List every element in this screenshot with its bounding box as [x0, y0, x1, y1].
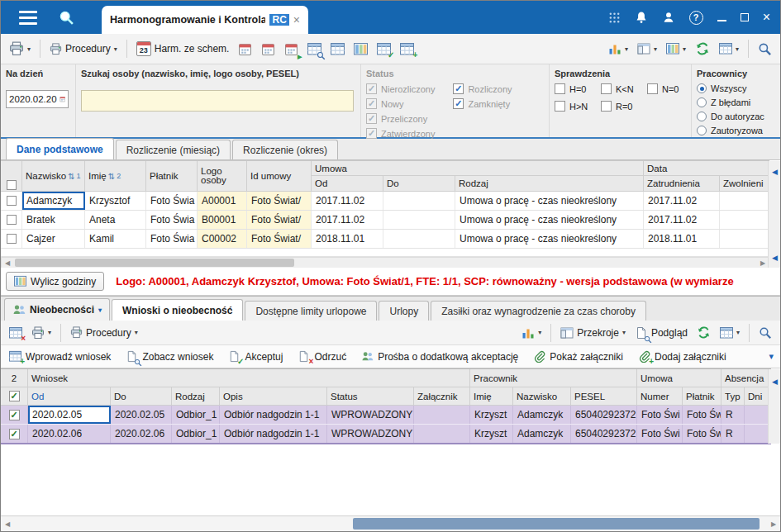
- table-search-button[interactable]: [304, 40, 325, 59]
- row-checkbox[interactable]: ✓: [1, 406, 28, 424]
- dodaj-zalaczniki-button[interactable]: + Dodaj załączniki: [636, 349, 728, 364]
- pracownicy-radio-z-bledami[interactable]: Z błędami: [697, 97, 775, 107]
- chart-dropdown[interactable]: ▾: [518, 324, 545, 342]
- cell-zwolnienia[interactable]: [720, 192, 769, 210]
- table-row[interactable]: Adamczyk Krzysztof Foto Świa A00001 Foto…: [1, 192, 769, 211]
- cell-rodzaj[interactable]: Umowa o pracę - czas nieokreślony: [455, 230, 644, 248]
- cell-platnik[interactable]: Foto Świa: [146, 230, 198, 248]
- user-account-icon[interactable]: [662, 11, 675, 24]
- row-checkbox[interactable]: [1, 192, 22, 210]
- column-header-typ[interactable]: Typ: [721, 387, 745, 406]
- sprawdzenia-checkbox-r0[interactable]: R=0: [601, 101, 633, 112]
- cell-zwolnienia[interactable]: [720, 230, 769, 248]
- cell-nazwisko[interactable]: Adamczyk: [513, 425, 571, 443]
- document-tab[interactable]: Harmonogramowanie i Kontrola RC ×: [102, 6, 308, 34]
- minimize-button[interactable]: [717, 20, 726, 21]
- cell-od[interactable]: 2020.02.05: [28, 406, 111, 424]
- column-header-status[interactable]: Status: [327, 387, 414, 406]
- przekroje-dropdown[interactable]: Przekroje ▾: [557, 324, 629, 342]
- cell-do[interactable]: [383, 192, 455, 210]
- cell-imie[interactable]: Krzyszt: [470, 425, 513, 443]
- sprawdzenia-checkbox-n0[interactable]: N=0: [647, 83, 679, 94]
- column-header-platnik[interactable]: Płatnik: [683, 387, 721, 406]
- sprawdzenia-checkbox-hn[interactable]: H>N: [555, 101, 594, 112]
- column-header-rodzaj[interactable]: Rodzaj: [455, 176, 644, 192]
- cell-imie[interactable]: Krzyszt: [470, 406, 513, 424]
- status-checkbox-nierozliczony[interactable]: ✓Nierozliczony: [366, 83, 435, 94]
- table-view-dropdown[interactable]: ▾: [717, 324, 743, 342]
- column-header-do[interactable]: Do: [383, 176, 455, 192]
- cell-do[interactable]: [383, 211, 455, 229]
- cell-pesel[interactable]: 65040292372: [571, 406, 637, 424]
- select-all-checkbox[interactable]: ✓: [1, 387, 28, 406]
- harm-ze-schem-button[interactable]: 23 Harm. ze schem.: [133, 39, 233, 59]
- pracownicy-radio-do-autoryzacji[interactable]: Do autoryzac: [697, 112, 775, 121]
- pracownicy-radio-wszyscy[interactable]: Wszyscy: [697, 83, 775, 93]
- status-checkbox-zatwierdzony[interactable]: ✓Zatwierdzony: [366, 128, 435, 139]
- cell-id-umowy[interactable]: Foto Świat/: [247, 211, 312, 229]
- table-accept-button[interactable]: ✓: [374, 40, 394, 59]
- row-checkbox[interactable]: [1, 211, 22, 229]
- cell-nazwisko[interactable]: Bratek: [22, 211, 85, 229]
- column-header-imie[interactable]: Imię: [470, 387, 513, 406]
- cell-logo-osoby[interactable]: C00002: [198, 230, 247, 248]
- row-checkbox[interactable]: ✓: [1, 425, 28, 443]
- refresh-button[interactable]: [692, 39, 713, 59]
- status-checkbox-zamkniety[interactable]: ✓Zamknięty: [453, 98, 512, 109]
- cell-numer[interactable]: Foto Świ: [637, 425, 683, 443]
- column-header-rodzaj[interactable]: Rodzaj: [172, 387, 220, 406]
- cell-imie[interactable]: Krzysztof: [85, 192, 146, 210]
- horizontal-scrollbar[interactable]: ◀ ▶: [1, 257, 769, 268]
- scrollbar-thumb[interactable]: [15, 259, 294, 267]
- cell-od[interactable]: 2020.02.06: [28, 425, 111, 443]
- cell-platnik[interactable]: Foto Świa: [146, 211, 198, 229]
- cell-logo-osoby[interactable]: A00001: [198, 192, 247, 210]
- cell-status[interactable]: WPROWADZONY: [327, 406, 414, 424]
- table-row[interactable]: Bratek Aneta Foto Świa B00001 Foto Świat…: [1, 211, 769, 230]
- delete-request-button[interactable]: ×: [6, 324, 26, 342]
- layout-dropdown[interactable]: ▾: [634, 40, 660, 58]
- cell-zatrudnienia[interactable]: 2018.11.01: [644, 230, 720, 248]
- more-actions-chevron[interactable]: ▾: [769, 351, 774, 362]
- refresh-button[interactable]: [693, 323, 714, 342]
- column-header-numer[interactable]: Numer: [637, 387, 683, 406]
- cell-od[interactable]: 2017.11.02: [312, 192, 383, 210]
- zoom-search-button[interactable]: [755, 324, 775, 342]
- cell-logo-osoby[interactable]: B00001: [198, 211, 247, 229]
- column-header-nazwisko[interactable]: Nazwisko⇅1: [22, 161, 85, 192]
- search-icon[interactable]: [59, 10, 74, 26]
- wylicz-godziny-button[interactable]: Wylicz godziny: [6, 272, 104, 291]
- status-checkbox-rozliczony[interactable]: ✓Rozliczony: [453, 83, 512, 94]
- scrollbar-thumb[interactable]: [353, 518, 760, 530]
- procedury-dropdown[interactable]: Procedury ▾: [46, 40, 121, 58]
- sprawdzenia-checkbox-h0[interactable]: H=0: [555, 83, 594, 94]
- cell-numer[interactable]: Foto Świ: [637, 406, 683, 424]
- cell-rodzaj[interactable]: Odbior_1: [172, 406, 220, 424]
- tab-wnioski-o-nieobecnosc[interactable]: Wnioski o nieobecność: [112, 299, 243, 321]
- cell-do[interactable]: 2020.02.06: [111, 425, 172, 443]
- scroll-right-icon[interactable]: ▶: [767, 520, 780, 528]
- print-button[interactable]: ▾: [6, 39, 34, 59]
- calendar-icon[interactable]: [60, 94, 65, 104]
- apps-grid-icon[interactable]: [608, 12, 621, 24]
- table-row[interactable]: Cajzer Kamil Foto Świa C00002 Foto Świat…: [1, 230, 769, 249]
- podglad-button[interactable]: Podgląd: [631, 324, 691, 342]
- status-checkbox-przeliczony[interactable]: ✓Przeliczony: [366, 113, 435, 124]
- cell-pesel[interactable]: 65040292372: [571, 425, 637, 443]
- scroll-right-icon[interactable]: ▶: [757, 259, 769, 267]
- column-header-zatrudnienia[interactable]: Zatrudnienia: [644, 176, 720, 192]
- column-header-zalacznik[interactable]: Załącznik: [414, 387, 470, 406]
- cell-imie[interactable]: Aneta: [85, 211, 146, 229]
- pokaz-zalaczniki-button[interactable]: Pokaż załączniki: [531, 349, 625, 364]
- procedury-dropdown[interactable]: Procedury ▾: [67, 324, 141, 341]
- cell-typ[interactable]: R: [721, 425, 745, 443]
- calendar-refresh-button[interactable]: ▶: [281, 40, 302, 59]
- column-header-pesel[interactable]: PESEL: [571, 387, 637, 406]
- cell-rodzaj[interactable]: Odbior_1: [172, 425, 220, 443]
- cell-nazwisko[interactable]: Adamczyk: [22, 192, 85, 210]
- cell-platnik[interactable]: Foto Świa: [146, 192, 198, 210]
- chart-dropdown[interactable]: ▾: [605, 40, 631, 58]
- column-header-nazwisko[interactable]: Nazwisko: [513, 387, 571, 406]
- akceptuj-button[interactable]: ✓ Akceptuj: [226, 349, 284, 364]
- tab-zasilki[interactable]: Zasiłki oraz wynagrodzenie za czas choro…: [431, 301, 646, 321]
